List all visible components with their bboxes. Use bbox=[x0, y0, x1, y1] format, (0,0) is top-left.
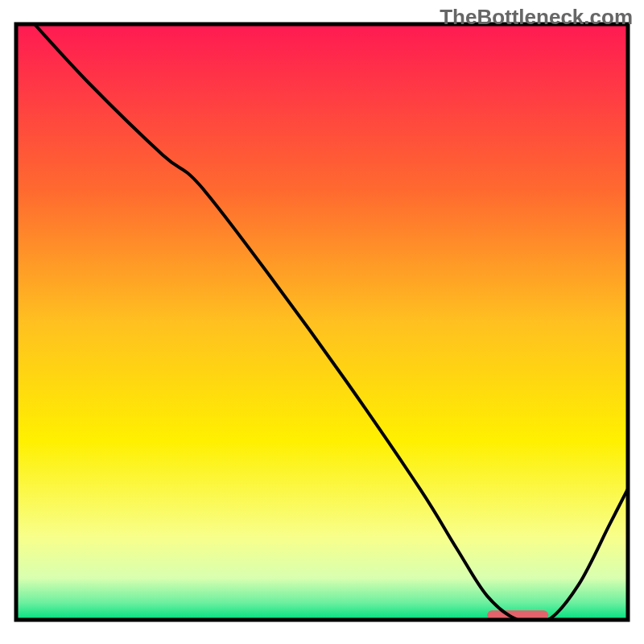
chart-container: TheBottleneck.com bbox=[0, 0, 644, 644]
plot-background bbox=[16, 24, 628, 620]
watermark-text: TheBottleneck.com bbox=[440, 5, 633, 30]
chart-svg bbox=[0, 0, 644, 644]
